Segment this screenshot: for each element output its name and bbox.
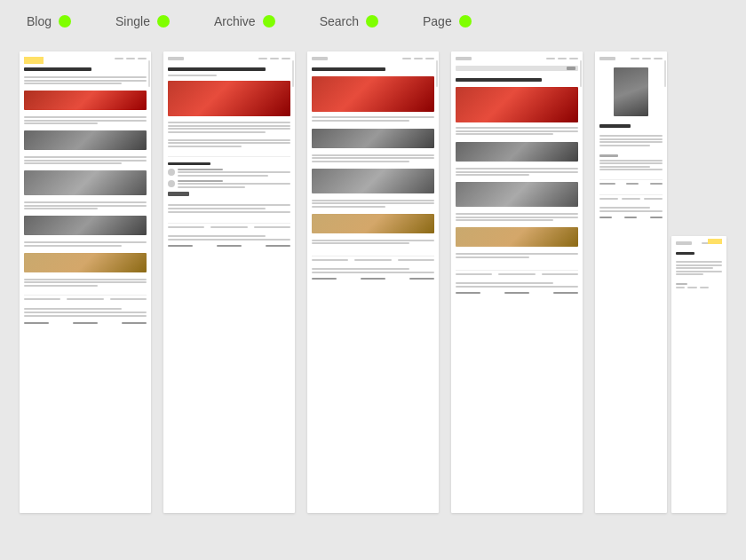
single-mini-page	[163, 51, 295, 254]
page-about-section	[599, 154, 663, 173]
tab-archive[interactable]: Archive	[214, 14, 275, 28]
comment-2	[168, 180, 290, 188]
single-scrollbar[interactable]	[292, 60, 294, 87]
tab-page-dot	[459, 15, 472, 28]
search-nav-2	[558, 58, 567, 59]
comment-avatar-1	[168, 169, 175, 176]
page-preview-secondary	[671, 236, 726, 513]
archive-scrollbar[interactable]	[436, 60, 438, 87]
blog-mini-page	[20, 51, 151, 331]
page-nav-1	[631, 58, 639, 59]
search-footer	[456, 270, 578, 275]
search-mini-logo	[456, 57, 472, 60]
blog-mini-nav	[115, 58, 147, 59]
single-mini-header	[168, 57, 290, 60]
archive-mini-header	[312, 57, 434, 60]
single-mini-nav	[258, 58, 290, 59]
archive-hero-image	[312, 76, 434, 112]
search-text-3	[456, 213, 578, 221]
blog-bottom-links	[24, 322, 147, 324]
blog-text-5	[24, 241, 147, 247]
search-mini-nav	[546, 58, 578, 59]
search-nav-3	[569, 58, 578, 59]
search-nav-1	[546, 58, 555, 59]
tab-single-label: Single	[115, 14, 150, 28]
single-nav-1	[258, 58, 267, 59]
page-about-logo	[676, 241, 692, 245]
single-nav-2	[270, 58, 279, 59]
blog-post-title	[24, 67, 91, 71]
single-submit-btn[interactable]	[168, 192, 189, 196]
page-preview-main	[595, 51, 667, 513]
tab-single[interactable]: Single	[115, 14, 170, 28]
tab-page-label: Page	[423, 14, 452, 28]
page-column	[595, 51, 726, 513]
page-mini-page	[595, 51, 667, 225]
blog-text-4	[24, 201, 147, 209]
single-preview-main	[163, 51, 295, 513]
page-about-links	[676, 283, 722, 288]
page-nav-2	[642, 58, 651, 59]
search-input-bar[interactable]	[456, 66, 578, 71]
tab-archive-dot	[263, 15, 275, 28]
single-related	[168, 204, 290, 213]
page-mini-nav	[631, 58, 663, 59]
search-preview-main	[451, 51, 583, 513]
archive-nav-1	[402, 58, 411, 59]
tab-blog-label: Blog	[27, 14, 52, 28]
blog-image-2	[24, 130, 147, 150]
blog-text-2	[24, 116, 147, 124]
page-scrollbar[interactable]	[664, 60, 666, 87]
archive-nav-2	[414, 58, 423, 59]
archive-category-title	[312, 67, 385, 71]
page-nav-3	[654, 58, 663, 59]
archive-mini-page	[307, 51, 439, 287]
blog-scrollbar[interactable]	[148, 60, 150, 87]
search-hero-red	[456, 87, 578, 122]
tab-search-dot	[366, 15, 378, 28]
page-preview-group	[595, 51, 726, 513]
single-hero-red	[168, 81, 290, 116]
search-scrollbar[interactable]	[580, 60, 582, 87]
single-footer-text	[168, 235, 290, 247]
archive-footer	[312, 256, 434, 261]
single-nav-3	[282, 58, 290, 59]
tab-blog[interactable]: Blog	[27, 14, 71, 28]
blog-sticky-note	[24, 57, 44, 64]
single-comments	[168, 156, 290, 196]
search-text-2	[456, 168, 578, 176]
page-text-1	[599, 135, 663, 146]
archive-hero-red	[312, 76, 434, 112]
search-hero-image	[456, 87, 578, 122]
blog-footer-text	[24, 308, 147, 324]
tab-archive-label: Archive	[214, 14, 256, 28]
previews-container	[0, 43, 746, 560]
blog-image-1	[24, 91, 147, 110]
page-about-text	[599, 160, 663, 171]
archive-footer-text	[312, 268, 434, 280]
blog-text-3	[24, 156, 147, 164]
single-mini-logo	[168, 57, 184, 60]
single-footer	[168, 223, 290, 228]
archive-text-1	[312, 116, 434, 122]
search-mini-page	[451, 51, 583, 301]
archive-mini-logo	[312, 57, 328, 60]
tab-search[interactable]: Search	[320, 14, 378, 28]
archive-image-2	[312, 129, 434, 148]
search-text-1	[456, 127, 578, 135]
tab-page[interactable]: Page	[423, 14, 472, 28]
blog-nav-3	[138, 58, 147, 59]
search-text-4	[456, 253, 578, 258]
blog-image-4	[24, 216, 147, 235]
blog-column	[20, 51, 151, 513]
archive-text-3	[312, 200, 434, 208]
search-image-3	[456, 182, 578, 207]
page-yellow-highlight	[708, 239, 722, 244]
single-post-title	[168, 67, 266, 71]
header: Blog Single Archive Search Page	[0, 0, 746, 43]
page-title-line	[599, 124, 631, 128]
page-about-title	[676, 252, 694, 255]
tab-single-dot	[157, 15, 170, 28]
page-footer	[599, 194, 663, 200]
blog-text-6	[24, 279, 147, 287]
